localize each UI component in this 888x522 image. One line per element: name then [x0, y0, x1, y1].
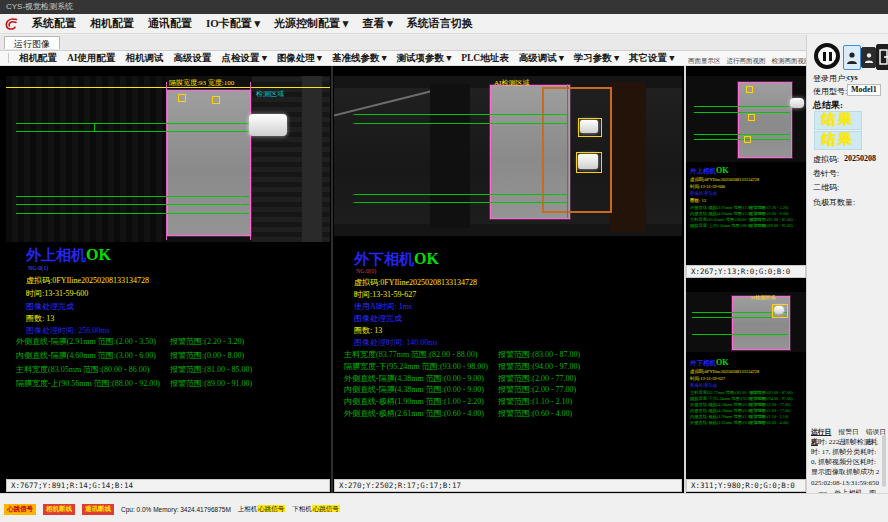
marker-box: [578, 118, 602, 137]
pause-button[interactable]: [814, 43, 840, 69]
marker-box: [746, 86, 753, 93]
pause-icon: [823, 52, 826, 61]
menu-camera-config[interactable]: 相机配置: [90, 16, 134, 31]
user-icon: [864, 52, 874, 64]
menu-system-config[interactable]: 系统配置: [32, 16, 76, 31]
tool-learning-params[interactable]: 学习参数 ▾: [574, 52, 619, 65]
alarm-range: 报警范围:(89.00 - 91.00): [170, 378, 252, 389]
left-time: 时间:13-31-59-600: [26, 288, 88, 299]
tool-spot-check[interactable]: 点检设置 ▾: [222, 52, 267, 65]
tool-ai-usage-config[interactable]: AI使用配置: [67, 52, 116, 65]
left-camera-image[interactable]: 隔膜宽度:93 宽度:100 检测区域: [6, 76, 330, 242]
measure-value: 内侧直线-极柄(1.90mm 范围:(1.00 - 2.20): [344, 396, 484, 407]
menu-comm-config[interactable]: 通讯配置: [148, 16, 192, 31]
machine-column: [430, 84, 470, 228]
label: 下相机: [292, 505, 312, 512]
tool-other-settings[interactable]: 其它设置 ▾: [629, 52, 674, 65]
user-icon: [846, 51, 858, 65]
preview-tab-display[interactable]: 画面显示区: [688, 57, 721, 66]
measure-line: [16, 123, 249, 124]
measure-value: 主料宽度(83.05mm 范围:(80.00 - 86.00): [16, 364, 149, 375]
tool-advanced-settings[interactable]: 高级设置: [174, 52, 212, 65]
menu-view[interactable]: 查看 ▾: [362, 16, 392, 31]
measure-value: 内侧直线-隔膜(4.60mm 范围:(3.00 - 6.00): [16, 350, 156, 361]
tab-run-image[interactable]: 运行图像: [4, 36, 60, 49]
result-indicator-top: 结果: [814, 111, 862, 130]
exit-door-icon: [879, 49, 888, 65]
preview2-overlay: 外下相机OK 虚拟码:0FYIline20250208133134728 时间:…: [690, 358, 808, 426]
measure-line: [694, 134, 790, 135]
measure-value: 外侧直线-隔膜(2.91mm 范围:(2.00 - 3.50): [16, 336, 156, 347]
measure-line: [354, 114, 567, 115]
right-barcode: 虚拟码:0FYIline20250208133134728: [354, 277, 477, 288]
preview-tabstrip: 画面显示区 运行画面视图 检测画面视图: [688, 57, 806, 66]
result-indicator-bottom: 结果: [814, 131, 862, 150]
right-process-time: 图像处理时间: 140.00ms: [354, 337, 438, 348]
right-process-done: 图像处理完成: [354, 313, 402, 324]
menu-light-config[interactable]: 光源控制配置 ▾: [274, 16, 348, 31]
machine-background: [6, 76, 166, 242]
tool-baseline-params[interactable]: 基准线参数 ▾: [332, 52, 387, 65]
machine-dark-band: [610, 82, 646, 232]
preview-tab-run[interactable]: 运行画面视图: [727, 57, 766, 66]
preview1-title: 外上相机OK: [690, 166, 808, 176]
loop-count: 圈数: 13: [690, 197, 808, 204]
measure-row: 外侧直线-隔膜(2.91mm 范围:(2.00 - 3.50)报警范围:(2.2…: [16, 336, 328, 350]
measure-value: 外侧直线-极柄(2.61mm 范围:(0.60 - 4.00): [344, 408, 484, 419]
menubar: 系统配置 相机配置 通讯配置 IO卡配置 ▾ 光源控制配置 ▾ 查看 ▾ 系统语…: [0, 14, 888, 34]
alarm-range: 报警范围:(0.00 - 8.00): [170, 350, 244, 361]
right-ng-info: NG:0(0): [356, 268, 376, 274]
measure-value: 内侧直线-隔膜(4.38mm 范围:(0.00 - 9.00): [344, 384, 484, 395]
mini-measurements: 外侧直线-隔膜(2.91mm 范围:(2.00 - 3.50)报警范围:(2.2…: [690, 205, 808, 229]
login-user-value: cys: [847, 73, 858, 82]
image-label-yellow: AI检测区域: [750, 294, 775, 300]
toolbar-separator: [8, 53, 9, 63]
preview2-title: 外下相机OK: [690, 358, 808, 368]
measure-row: 主料宽度(83.05mm 范围:(80.00 - 86.00)报警范围:(81.…: [16, 364, 328, 378]
model-label: 使用型号:: [813, 86, 847, 97]
exit-button[interactable]: [876, 44, 888, 70]
menu-io-config[interactable]: IO卡配置 ▾: [206, 16, 260, 31]
cell-region: [167, 90, 251, 236]
tool-plc-address-table[interactable]: PLC地址表: [461, 52, 509, 65]
menu-language-switch[interactable]: 系统语言切换: [407, 16, 473, 31]
left-measurements: 外侧直线-隔膜(2.91mm 范围:(2.00 - 3.50)报警范围:(2.2…: [16, 336, 328, 392]
measure-value: 外侧直线-隔膜(4.38mm 范围:(0.00 - 9.00): [344, 373, 484, 384]
measure-line: [16, 213, 249, 214]
tool-camera-debug[interactable]: 相机调试: [126, 52, 164, 65]
measure-tick: [94, 123, 95, 132]
user-login-button[interactable]: [843, 45, 861, 70]
right-camera-image[interactable]: AI检测区域: [334, 76, 682, 236]
preview-tab-detect[interactable]: 检测画面视图: [772, 57, 811, 66]
tool-test-params[interactable]: 测试项参数 ▾: [397, 52, 452, 65]
model-value[interactable]: Model1: [847, 84, 881, 96]
camera-offline-badge: 相机断线: [43, 504, 75, 515]
log-scrollbar[interactable]: [882, 435, 886, 487]
preview2-image[interactable]: AI检测区域: [686, 292, 806, 352]
window-title: CYS-视觉检测系统: [6, 2, 73, 11]
vcode-label: 虚拟码:: [813, 154, 839, 165]
login-user-label: 登录用户:: [813, 73, 847, 84]
measure-line: [16, 196, 249, 197]
measure-row: 外侧直线-极柄(2.61mm 范围:(0.60 - 4.00)报警范围:(0.6…: [344, 408, 680, 420]
heartbeat-highlight: 心跳信号: [257, 505, 285, 512]
app-window: CYS-视觉检测系统 系统配置 相机配置 通讯配置 IO卡配置 ▾ 光源控制配置…: [0, 0, 888, 522]
measure-line: [16, 131, 249, 132]
process-done: 图像处理完成: [690, 382, 808, 389]
tool-camera-config[interactable]: 相机配置: [19, 52, 57, 65]
cpu-memory-status: Cpu: 0.0% Memory: 3424.41796875M: [121, 506, 231, 513]
tool-image-processing[interactable]: 图像处理 ▾: [277, 52, 322, 65]
measure-row: 隔膜宽度-下(95.24mm 范围:(93.00 - 98.00)报警范围:(9…: [344, 361, 680, 373]
user-manage-button[interactable]: [861, 47, 876, 68]
app-logo-icon: [4, 17, 18, 31]
tab-blob: [249, 114, 287, 136]
mini-measurements: 主料宽度(83.77mm 范围:(82.00 - 88.00)报警范围:(83.…: [690, 390, 808, 426]
measure-row: 外侧直线-隔膜(4.38mm 范围:(0.00 - 9.00)报警范围:(2.0…: [344, 373, 680, 385]
tab-strip: 运行图像: [0, 35, 806, 51]
tool-advanced-debug[interactable]: 高级调试 ▾: [519, 52, 564, 65]
preview1-image[interactable]: [686, 76, 806, 162]
left-process-done: 图像处理完成: [26, 301, 74, 312]
statusbar: 心跳信号 相机断线 通讯断线 Cpu: 0.0% Memory: 3424.41…: [4, 504, 340, 515]
cell-region: [738, 82, 792, 158]
marker-box: [212, 96, 220, 104]
